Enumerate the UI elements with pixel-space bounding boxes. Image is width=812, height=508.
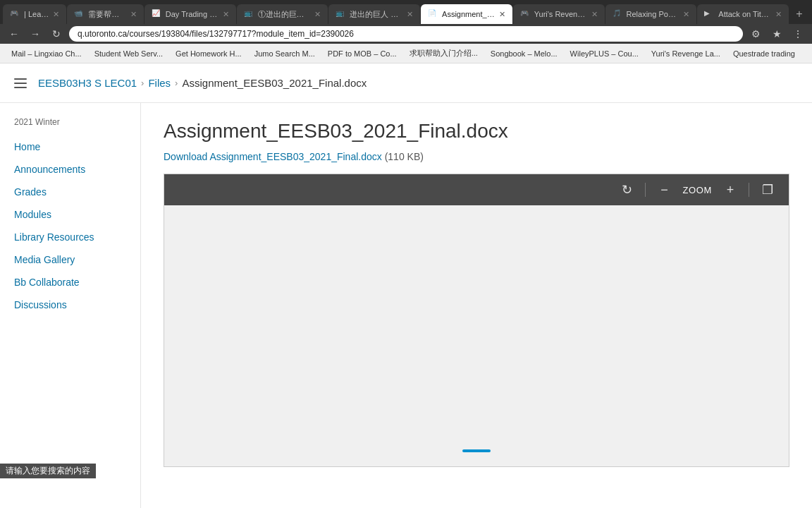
zoom-in-button[interactable]: + [720,180,740,200]
bookmark-label: Questrade trading [733,49,795,58]
tab-close-button[interactable]: ✕ [53,10,59,19]
bookmark-label: Yuri's Revenge La... [651,49,720,58]
browser-tab-t5[interactable]: 📺迸出的巨人 萌孕 08集...✕ [328,4,420,24]
tab-label: Day Trading Strategies f... [166,10,219,18]
bookmark-label: Jumo Search M... [254,49,315,58]
browser-chrome: 🎮| League /...✕📹需要帮助 - Zoom✕📈Day Trading… [0,0,812,44]
download-link[interactable]: Download Assignment_EESB03_2021_Final.do… [164,151,382,162]
content-area: Assignment_EESB03_2021_Final.docx Downlo… [141,103,812,508]
breadcrumb-course[interactable]: EESB03H3 S LEC01 [38,77,137,89]
back-button[interactable]: ← [6,25,23,42]
doc-viewer: ↻ − ZOOM + ❐ [164,174,789,467]
browser-tab-t8[interactable]: 🎵Relaxing Pokémon M...✕ [605,4,697,24]
reload-doc-button[interactable]: ↻ [617,180,636,200]
tab-close-button[interactable]: ✕ [223,10,229,19]
browser-tab-t7[interactable]: 🎮Yuri's Revenge Ladder -...✕ [513,4,605,24]
tab-close-button[interactable]: ✕ [775,10,782,19]
sidebar-link-bb-collaborate[interactable]: Bb Collaborate [0,271,140,294]
page-title: Assignment_EESB03_2021_Final.docx [164,120,789,143]
extensions-button[interactable]: ⚙ [747,25,764,42]
sidebar-link-library-resources[interactable]: Library Resources [0,226,140,248]
tab-favicon: 🎮 [520,9,530,19]
bookmark-label: 求职帮助入门介绍... [410,48,478,59]
tab-close-button[interactable]: ✕ [314,10,321,19]
address-input[interactable] [69,26,743,42]
bookmark-item[interactable]: Student Web Serv... [89,48,168,59]
tab-close-button[interactable]: ✕ [130,10,137,19]
sidebar: 2021 Winter HomeAnnouncementsGradesModul… [0,103,141,508]
top-nav: EESB03H3 S LEC01 › Files › Assignment_EE… [0,64,812,103]
tab-favicon: 🎮 [10,9,20,19]
tab-favicon: 🎵 [613,9,622,19]
hamburger-button[interactable] [11,75,30,91]
breadcrumb: EESB03H3 S LEC01 › Files › Assignment_EE… [38,77,367,89]
reload-button[interactable]: ↻ [48,25,65,42]
sidebar-link-announcements[interactable]: Announcements [0,158,140,181]
tab-close-button[interactable]: ✕ [683,10,689,19]
toolbar-divider-1 [645,183,646,197]
browser-tab-t3[interactable]: 📈Day Trading Strategies f...✕ [144,4,236,24]
zoom-label: ZOOM [682,185,712,195]
fullscreen-button[interactable]: ❐ [758,180,777,200]
bookmark-label: Songbook – Melo... [491,49,558,58]
bookmark-label: Mail – Lingxiao Ch... [11,49,82,58]
bookmark-label: Get Homework H... [176,49,242,58]
bookmark-item[interactable]: Questrade trading [727,48,801,59]
tab-favicon: 📺 [336,9,345,19]
browser-tab-t6[interactable]: 📄Assignment_EESB03_2021_...✕ [421,4,512,24]
breadcrumb-current: Assignment_EESB03_2021_Final.docx [182,77,367,89]
toolbar-divider-2 [749,183,749,197]
loading-indicator [462,449,491,452]
bookmark-label: Student Web Serv... [94,49,163,58]
tab-favicon: ▶ [704,9,714,19]
menu-button[interactable]: ⋮ [789,25,806,42]
tab-label: 迸出的巨人 萌孕 08集... [350,9,402,20]
doc-content [164,205,789,466]
zoom-out-button[interactable]: − [654,180,674,200]
tab-label: 需要帮助 - Zoom [88,9,125,20]
breadcrumb-files[interactable]: Files [148,77,171,89]
tab-favicon: 📺 [244,9,254,19]
tab-bar: 🎮| League /...✕📹需要帮助 - Zoom✕📈Day Trading… [0,0,812,24]
tab-label: Assignment_EESB03_2021_... [442,10,495,18]
bookmark-item[interactable]: 求职帮助入门介绍... [404,47,484,60]
tab-close-button[interactable]: ✕ [591,10,598,19]
tab-label: ①迸出的巨人 樱桃) 16岁... [258,9,311,20]
browser-tab-t1[interactable]: 🎮| League /...✕ [3,4,66,24]
tab-favicon: 📹 [74,9,84,19]
bookmark-item[interactable]: Yuri's Revenge La... [646,48,726,59]
tab-close-button[interactable]: ✕ [407,10,413,19]
doc-toolbar: ↻ − ZOOM + ❐ [164,174,789,205]
sidebar-season: 2021 Winter [0,114,140,135]
breadcrumb-sep1: › [141,78,144,88]
sidebar-link-home[interactable]: Home [0,135,140,158]
sidebar-link-discussions[interactable]: Discussions [0,294,140,316]
bookmark-item[interactable]: Jumo Search M... [249,48,321,59]
tab-label: Yuri's Revenge Ladder -... [534,10,587,18]
bookmark-item[interactable]: WileyPLUS – Cou... [565,48,644,59]
sidebar-link-modules[interactable]: Modules [0,203,140,226]
bookmark-item[interactable]: PDF to MOB – Co... [322,48,402,59]
sidebar-link-media-gallery[interactable]: Media Gallery [0,248,140,271]
tab-favicon: 📈 [152,9,161,19]
tab-close-button[interactable]: ✕ [499,10,505,19]
forward-button[interactable]: → [27,25,44,42]
address-bar-row: ← → ↻ ⚙ ★ ⋮ [0,24,812,44]
input-hint: 请输入您要搜索的内容 [0,464,96,478]
tab-label: Relaxing Pokémon M... [627,10,679,18]
tab-label: Attack on Titan - Omaka... [718,10,771,18]
sidebar-link-grades[interactable]: Grades [0,181,140,203]
bookmarks-bar: Mail – Lingxiao Ch...Student Web Serv...… [0,44,812,64]
bookmark-item[interactable]: Mail – Lingxiao Ch... [6,48,87,59]
bookmark-item[interactable]: Songbook – Melo... [485,48,563,59]
browser-tab-t2[interactable]: 📹需要帮助 - Zoom✕ [67,4,143,24]
tab-favicon: 📄 [428,9,438,19]
browser-tab-t9[interactable]: ▶Attack on Titan - Omaka...✕ [697,4,789,24]
bookmark-button[interactable]: ★ [768,25,785,42]
new-tab-button[interactable]: + [789,4,809,24]
tab-label: | League /... [24,10,49,18]
bookmark-item[interactable]: Get Homework H... [170,48,247,59]
main-area: 2021 Winter HomeAnnouncementsGradesModul… [0,103,812,508]
browser-tab-t4[interactable]: 📺①迸出的巨人 樱桃) 16岁...✕ [237,4,328,24]
bookmark-label: PDF to MOB – Co... [328,49,397,58]
